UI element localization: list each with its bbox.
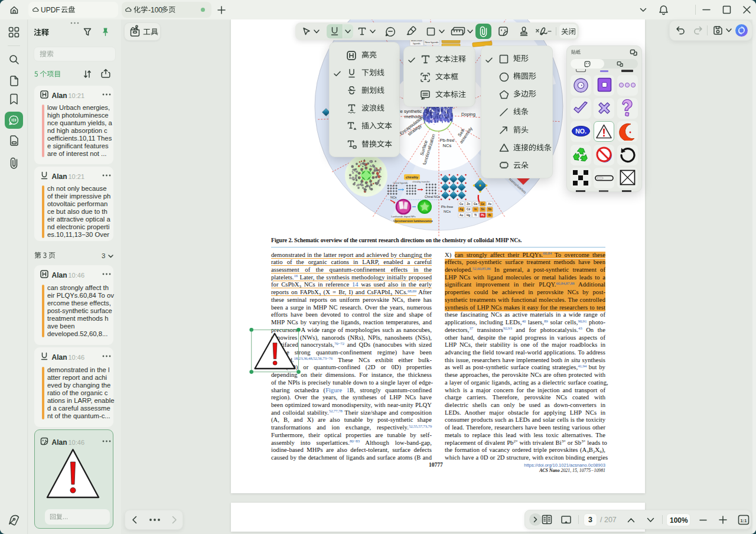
svg-text:In: In [474,208,477,211]
svg-text:Zn: Zn [467,203,470,206]
svg-text:Tl: Tl [474,214,477,217]
svg-text:le synthetic: le synthetic [399,109,422,114]
svg-text:New ligands: New ligands [425,41,439,44]
svg-text:NO.: NO. [575,128,586,135]
svg-text:chirality: chirality [406,175,419,179]
svg-text:Doping: Doping [461,112,475,117]
svg-text:Sn: Sn [481,208,484,211]
svg-text:Hg: Hg [467,214,470,217]
svg-text:Upconversion luminescence: Upconversion luminescence [393,220,433,223]
svg-text:NCs: NCs [390,196,397,199]
svg-text:Ag: Ag [460,208,463,211]
svg-text:Ga: Ga [474,203,478,206]
svg-text:1:1: 1:1 [741,518,747,523]
svg-text:Ge: Ge [481,203,485,206]
svg-text:Pb-free: Pb-free [441,204,454,209]
svg-text:Cd: Cd [467,208,470,211]
svg-text:ligands: ligands [413,42,420,45]
svg-text:Chiral ligands: Chiral ligands [393,181,408,184]
svg-text:Chiral NCs: Chiral NCs [425,195,440,198]
svg-text:Pb-free: Pb-free [440,138,455,143]
svg-text:NCs: NCs [444,209,451,213]
svg-text:chirality transfer: chirality transfer [412,180,430,183]
svg-text:Lanthanide-doped NPs: Lanthanide-doped NPs [392,215,416,218]
svg-text:Au: Au [460,214,463,217]
svg-text:Bi: Bi [488,214,491,217]
svg-text:As: As [488,203,491,206]
svg-text:Cu: Cu [460,203,463,206]
svg-text:Pb: Pb [481,214,484,217]
svg-text:Sb: Sb [488,208,491,211]
svg-text:NCs: NCs [443,143,452,148]
